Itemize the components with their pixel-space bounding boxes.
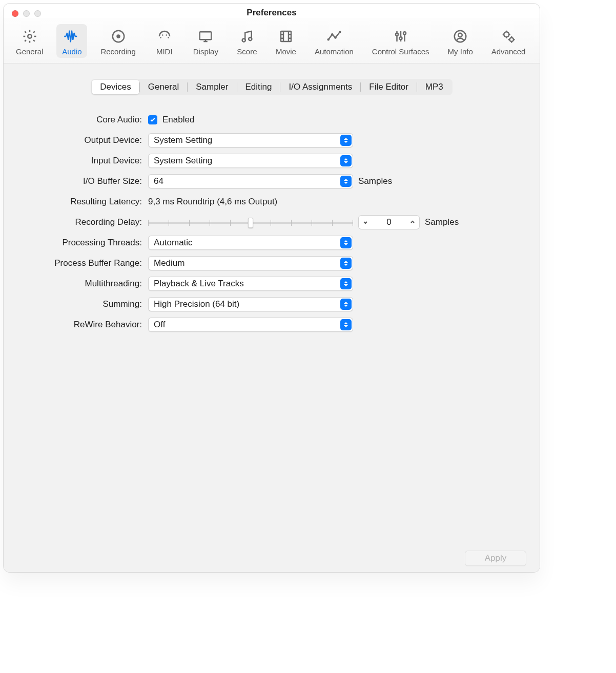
waveform-icon — [63, 27, 81, 46]
toolbar-label: Audio — [62, 47, 81, 56]
multithreading-select[interactable]: Playback & Live Tracks — [148, 277, 353, 291]
preferences-window: Preferences General Audio Recording MIDI — [4, 4, 540, 572]
chevron-updown-icon — [340, 155, 352, 166]
output-device-label: Output Device: — [30, 135, 148, 145]
titlebar: Preferences — [4, 4, 540, 18]
core-audio-enabled-text: Enabled — [162, 115, 194, 125]
summing-select[interactable]: High Precision (64 bit) — [148, 297, 353, 311]
io-buffer-unit: Samples — [358, 176, 392, 186]
rewire-value: Off — [154, 320, 165, 330]
toolbar-advanced[interactable]: Advanced — [486, 24, 531, 58]
svg-point-20 — [504, 32, 509, 37]
input-device-select[interactable]: System Setting — [148, 154, 353, 168]
toolbar-label: General — [16, 47, 43, 56]
buffer-range-select[interactable]: Medium — [148, 256, 353, 270]
svg-point-19 — [458, 33, 462, 37]
chevron-updown-icon — [340, 237, 352, 248]
svg-point-4 — [162, 34, 163, 36]
core-audio-label: Core Audio: — [30, 115, 148, 125]
svg-point-2 — [116, 34, 120, 38]
recording-delay-stepper[interactable]: 0 — [358, 215, 420, 229]
audio-subtabs: Devices General Sampler Editing I/O Assi… — [15, 79, 528, 95]
svg-point-13 — [334, 36, 337, 39]
apply-label: Apply — [485, 553, 507, 563]
io-buffer-value: 64 — [154, 176, 163, 186]
svg-point-12 — [331, 33, 334, 36]
latency-label: Resulting Latency: — [30, 197, 148, 207]
tab-devices[interactable]: Devices — [92, 80, 139, 94]
content-area: Devices General Sampler Editing I/O Assi… — [4, 64, 540, 572]
svg-point-16 — [399, 37, 402, 39]
rewire-label: ReWire Behavior: — [30, 320, 148, 330]
svg-point-21 — [510, 38, 514, 42]
svg-point-3 — [160, 37, 161, 38]
midi-icon — [155, 27, 174, 46]
preferences-toolbar: General Audio Recording MIDI Display — [4, 18, 540, 64]
recording-delay-unit: Samples — [425, 217, 459, 227]
svg-point-14 — [339, 31, 341, 33]
toolbar-label: Control Surfaces — [372, 47, 429, 56]
toolbar-label: Advanced — [491, 47, 526, 56]
chevron-updown-icon — [340, 278, 352, 289]
core-audio-checkbox[interactable] — [148, 115, 157, 124]
chevron-updown-icon — [340, 319, 352, 330]
stepper-down-button[interactable] — [359, 216, 372, 229]
toolbar-label: Automation — [315, 47, 354, 56]
toolbar-my-info[interactable]: My Info — [443, 24, 478, 58]
toolbar-label: Movie — [276, 47, 296, 56]
tab-sampler[interactable]: Sampler — [188, 80, 236, 94]
multithreading-label: Multithreading: — [30, 279, 148, 289]
svg-point-11 — [327, 38, 330, 41]
buffer-range-value: Medium — [154, 258, 184, 268]
chevron-updown-icon — [340, 135, 352, 146]
tab-editing[interactable]: Editing — [237, 80, 280, 94]
tab-file-editor[interactable]: File Editor — [361, 80, 417, 94]
automation-icon — [325, 27, 343, 46]
toolbar-label: MIDI — [156, 47, 173, 56]
chevron-updown-icon — [340, 176, 352, 187]
svg-rect-7 — [200, 32, 212, 39]
recording-delay-slider[interactable] — [148, 217, 353, 228]
recording-delay-label: Recording Delay: — [30, 217, 148, 227]
display-icon — [196, 27, 215, 46]
toolbar-control-surfaces[interactable]: Control Surfaces — [367, 24, 435, 58]
summing-label: Summing: — [30, 299, 148, 309]
toolbar-label: Recording — [100, 47, 135, 56]
svg-point-15 — [396, 33, 398, 36]
io-buffer-select[interactable]: 64 — [148, 174, 353, 188]
toolbar-label: My Info — [448, 47, 473, 56]
toolbar-display[interactable]: Display — [188, 24, 223, 58]
tab-io-assignments[interactable]: I/O Assignments — [280, 80, 360, 94]
tab-general[interactable]: General — [140, 80, 187, 94]
processing-threads-label: Processing Threads: — [30, 238, 148, 248]
buffer-range-label: Process Buffer Range: — [30, 258, 148, 268]
person-icon — [451, 27, 469, 46]
latency-value: 9,3 ms Roundtrip (4,6 ms Output) — [148, 197, 277, 207]
devices-form: Core Audio: Enabled Output Device: Syste… — [15, 110, 528, 335]
film-icon — [277, 27, 295, 46]
multithreading-value: Playback & Live Tracks — [154, 279, 244, 289]
rewire-select[interactable]: Off — [148, 318, 353, 332]
gear-icon — [20, 27, 39, 46]
stepper-up-button[interactable] — [406, 216, 419, 229]
input-device-value: System Setting — [154, 156, 212, 166]
output-device-select[interactable]: System Setting — [148, 133, 353, 148]
svg-point-6 — [168, 37, 169, 38]
svg-rect-10 — [281, 31, 291, 41]
toolbar-score[interactable]: Score — [232, 24, 262, 58]
apply-button[interactable]: Apply — [465, 551, 526, 566]
summing-value: High Precision (64 bit) — [154, 299, 239, 309]
toolbar-midi[interactable]: MIDI — [149, 24, 180, 58]
processing-threads-select[interactable]: Automatic — [148, 236, 353, 250]
toolbar-movie[interactable]: Movie — [271, 24, 301, 58]
toolbar-label: Display — [193, 47, 218, 56]
record-icon — [109, 27, 128, 46]
toolbar-general[interactable]: General — [11, 24, 48, 58]
chevron-updown-icon — [340, 299, 352, 310]
toolbar-automation[interactable]: Automation — [310, 24, 359, 58]
toolbar-recording[interactable]: Recording — [95, 24, 140, 58]
toolbar-audio[interactable]: Audio — [56, 24, 87, 58]
music-note-icon — [238, 27, 256, 46]
tab-mp3[interactable]: MP3 — [417, 80, 451, 94]
svg-point-17 — [403, 32, 406, 34]
